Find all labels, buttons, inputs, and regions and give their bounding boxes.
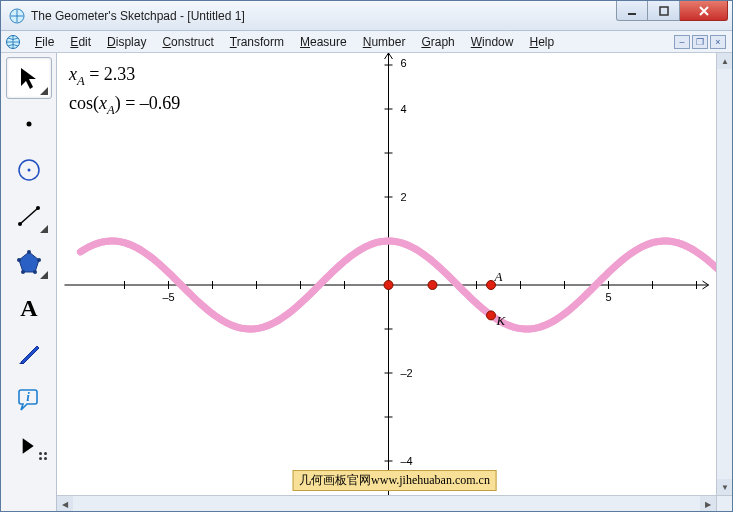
svg-point-10 (18, 222, 22, 226)
scroll-down-button[interactable]: ▼ (717, 479, 732, 495)
text-tool[interactable]: A (6, 287, 52, 329)
minimize-button[interactable] (616, 1, 648, 21)
y-tick-neg4: –4 (401, 455, 413, 467)
menu-file[interactable]: File (27, 33, 62, 51)
menu-number[interactable]: Number (355, 33, 414, 51)
svg-rect-2 (660, 7, 668, 15)
titlebar[interactable]: The Geometer's Sketchpad - [Untitled 1] (1, 1, 732, 31)
mdi-restore-button[interactable]: ❐ (692, 35, 708, 49)
chevron-corner-icon (40, 225, 48, 233)
window-title: The Geometer's Sketchpad - [Untitled 1] (31, 9, 616, 23)
menu-edit[interactable]: Edit (62, 33, 99, 51)
svg-point-11 (36, 206, 40, 210)
scroll-up-button[interactable]: ▲ (717, 53, 732, 69)
point-K (487, 311, 496, 320)
mdi-close-button[interactable]: × (710, 35, 726, 49)
sizegrip[interactable] (716, 495, 732, 511)
svg-point-17 (17, 258, 21, 262)
chevron-corner-icon (40, 87, 48, 95)
svg-point-13 (27, 250, 31, 254)
chevron-corner-icon (40, 271, 48, 279)
horizontal-scrollbar[interactable]: ◀ ▶ (57, 495, 716, 511)
custom-tool[interactable] (6, 425, 52, 467)
y-tick-6: 6 (401, 57, 407, 69)
polygon-tool[interactable] (6, 241, 52, 283)
svg-point-15 (33, 270, 37, 274)
mdi-minimize-button[interactable]: – (674, 35, 690, 49)
toolbar: A i (1, 53, 57, 511)
menubar: File Edit Display Construct Transform Me… (1, 31, 732, 53)
point-origin-marker (384, 281, 393, 290)
marker-tool[interactable] (6, 333, 52, 375)
close-button[interactable] (680, 1, 728, 21)
globe-icon[interactable] (5, 34, 21, 50)
sketch-canvas[interactable]: –5 5 2 4 6 –2 –4 (57, 53, 732, 511)
y-tick-2: 2 (401, 191, 407, 203)
maximize-button[interactable] (648, 1, 680, 21)
window-controls (616, 1, 728, 30)
watermark: 几何画板官网www.jihehuaban.com.cn (292, 470, 497, 491)
y-tick-4: 4 (401, 103, 407, 115)
scroll-left-button[interactable]: ◀ (57, 496, 73, 511)
measurements[interactable]: xA = 2.33 cos(xA) = –0.69 (69, 61, 180, 120)
svg-marker-12 (19, 252, 39, 272)
svg-point-14 (37, 258, 41, 262)
svg-text:i: i (26, 389, 30, 404)
measure-xA: xA = 2.33 (69, 61, 180, 90)
body: A i (1, 53, 732, 511)
svg-line-9 (20, 208, 38, 224)
point-tool[interactable] (6, 103, 52, 145)
circle-tool[interactable] (6, 149, 52, 191)
plot-svg: –5 5 2 4 6 –2 –4 (57, 53, 732, 511)
info-tool[interactable]: i (6, 379, 52, 421)
menu-graph[interactable]: Graph (413, 33, 462, 51)
x-tick-5: 5 (605, 291, 611, 303)
label-A: A (494, 269, 503, 284)
dots-icon (39, 452, 47, 460)
menu-measure[interactable]: Measure (292, 33, 355, 51)
svg-text:A: A (20, 295, 38, 321)
menu-display[interactable]: Display (99, 33, 154, 51)
line-tool[interactable] (6, 195, 52, 237)
app-icon (9, 8, 25, 24)
measure-cos-xA: cos(xA) = –0.69 (69, 90, 180, 119)
arrow-tool[interactable] (6, 57, 52, 99)
mdi-controls: – ❐ × (674, 35, 728, 49)
label-K: K (496, 313, 507, 328)
menu-transform[interactable]: Transform (222, 33, 292, 51)
y-tick-neg2: –2 (401, 367, 413, 379)
menu-help[interactable]: Help (521, 33, 562, 51)
x-tick-neg5: –5 (162, 291, 174, 303)
app-window: The Geometer's Sketchpad - [Untitled 1] … (0, 0, 733, 512)
svg-point-8 (27, 169, 30, 172)
menu-construct[interactable]: Construct (154, 33, 221, 51)
vertical-scrollbar[interactable]: ▲ ▼ (716, 53, 732, 495)
svg-point-16 (21, 270, 25, 274)
svg-point-6 (26, 122, 31, 127)
point-unit-marker (428, 281, 437, 290)
menu-window[interactable]: Window (463, 33, 522, 51)
scroll-right-button[interactable]: ▶ (700, 496, 716, 511)
